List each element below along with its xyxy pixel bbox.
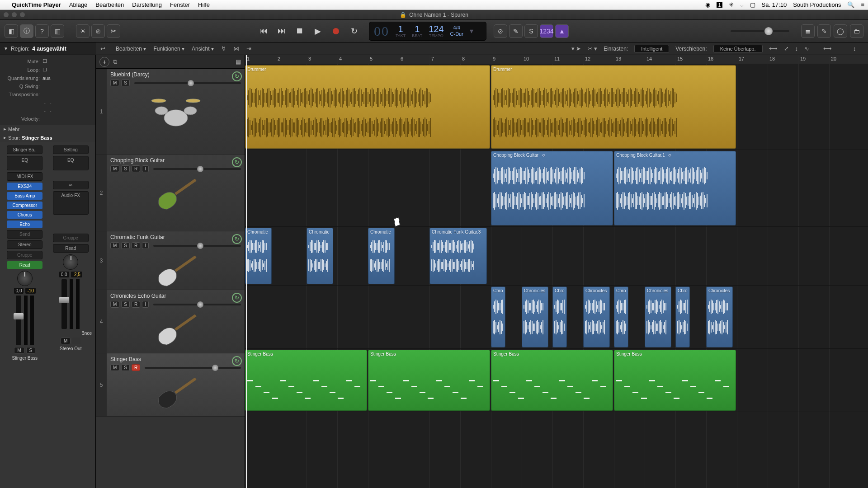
track-r-button[interactable]: R	[132, 301, 140, 308]
region[interactable]: Chopping Block Guitar.1 ⟲	[614, 151, 736, 225]
pan-knob[interactable]	[17, 271, 33, 286]
arrange-lane[interactable]: DrummerDrummer	[245, 64, 868, 150]
track-header[interactable]: 1Bluebird (Darcy)MS↻	[96, 69, 245, 155]
zoom-fit-icon[interactable]: ⤢	[784, 45, 789, 52]
strip-midifx[interactable]: MIDI-FX	[7, 172, 42, 181]
track-r-button[interactable]: R	[132, 364, 140, 371]
region[interactable]: Drummer	[491, 65, 736, 149]
zoom-v-icon[interactable]: ↕	[795, 45, 798, 52]
strip-group[interactable]: Gruppe	[7, 251, 42, 259]
playhead[interactable]	[246, 55, 247, 488]
strip-setting[interactable]: Stinger Ba..	[7, 145, 42, 154]
arrange-area[interactable]: 1234567891011121314151617181920 DrummerD…	[245, 55, 868, 488]
loops-button[interactable]: ◯	[834, 24, 847, 38]
region[interactable]: Chronicles	[583, 286, 610, 347]
cycle-button[interactable]: ↻	[345, 24, 363, 38]
menu-view[interactable]: Darstellung	[132, 1, 162, 8]
inspector-button[interactable]: ⓘ	[20, 24, 33, 38]
tracks-menu-functions[interactable]: Funktionen ▾	[153, 46, 184, 52]
region[interactable]: Stinger Bass	[245, 350, 367, 411]
track-m-button[interactable]: M	[110, 242, 119, 249]
region[interactable]: Chromatic	[368, 228, 395, 284]
track-header[interactable]: 3Chromatic Funk GuitarMSRI↻	[96, 231, 245, 290]
strip-fx-3[interactable]: Echo	[7, 221, 42, 228]
track-name[interactable]: Stinger Bass	[110, 356, 241, 362]
track-m-button[interactable]: M	[110, 165, 119, 172]
notes-button[interactable]: ✎	[817, 24, 831, 38]
track-s-button[interactable]: S	[121, 301, 130, 308]
play-button[interactable]: ▶	[309, 24, 326, 38]
track-volume-slider[interactable]	[153, 304, 241, 305]
pan-knob[interactable]	[63, 254, 78, 270]
loop-checkbox[interactable]: ☐	[40, 67, 92, 73]
track-r-button[interactable]: R	[132, 165, 140, 172]
solo-button[interactable]: S	[26, 347, 36, 354]
arrange-lane[interactable]: Chopping Block Guitar ⟲Chopping Block Gu…	[245, 150, 868, 227]
menu-window[interactable]: Fenster	[170, 1, 190, 8]
volume-fader[interactable]	[61, 279, 67, 329]
stop-button[interactable]: ⏹	[291, 24, 308, 38]
spotlight-icon[interactable]: 🔍	[847, 1, 854, 8]
quantize-select[interactable]: aus	[40, 75, 92, 81]
track-i-button[interactable]: I	[142, 242, 149, 249]
disclosure-triangle-icon[interactable]: ▼	[4, 46, 8, 51]
waveform-zoom-icon[interactable]: ∿	[804, 45, 809, 52]
mute-button[interactable]: M	[14, 347, 24, 354]
smart-controls-button[interactable]: ☀	[76, 24, 90, 38]
menu-file[interactable]: Ablage	[69, 1, 87, 8]
region[interactable]: Chro	[675, 286, 690, 347]
inspector-track[interactable]: ▸Spur:Stinger Bass	[0, 133, 95, 142]
sync-icon[interactable]: ✳	[729, 1, 734, 8]
help-button[interactable]: ?	[35, 24, 49, 38]
track-volume-slider[interactable]	[134, 82, 241, 84]
strip-fx-1[interactable]: Compressor	[7, 202, 42, 209]
library-button[interactable]: ◧	[5, 24, 18, 38]
mute-button[interactable]: M	[61, 338, 71, 344]
toolbar-button[interactable]: ▥	[51, 24, 64, 38]
track-s-button[interactable]: S	[121, 80, 130, 86]
track-name[interactable]: Bluebird (Darcy)	[110, 71, 241, 78]
strip-audiofx[interactable]: Audio-FX	[53, 191, 89, 215]
add-track-button[interactable]: +	[99, 57, 109, 67]
strip-fx-2[interactable]: Chorus	[7, 211, 42, 219]
back-arrow-icon[interactable]: ↩	[100, 45, 105, 52]
track-s-button[interactable]: S	[121, 242, 130, 249]
track-volume-slider[interactable]	[153, 168, 241, 170]
arrange-lane[interactable]: ChroChroniclesChroChroniclesChroChronicl…	[245, 286, 868, 349]
track-r-button[interactable]: R	[132, 242, 140, 249]
region[interactable]: Chronicles	[522, 286, 548, 347]
region[interactable]: Chromatic	[245, 228, 272, 284]
region[interactable]: Stinger Bass	[491, 350, 613, 411]
bar-ruler[interactable]: 1234567891011121314151617181920	[245, 55, 868, 64]
window-traffic-lights[interactable]	[4, 12, 25, 17]
region[interactable]: Chopping Block Guitar ⟲	[491, 151, 613, 225]
track-name[interactable]: Chromatic Funk Guitar	[110, 234, 241, 240]
region[interactable]: Chro	[614, 286, 628, 347]
app-name[interactable]: QuickTime Player	[12, 1, 61, 8]
track-loop-knob[interactable]: ↻	[232, 293, 242, 303]
tracks-menu-view[interactable]: Ansicht ▾	[192, 46, 214, 52]
metronome-button[interactable]: ▲	[555, 24, 569, 38]
count-in-button[interactable]: 1234	[540, 24, 553, 38]
strip-setting[interactable]: Setting	[53, 145, 89, 154]
region[interactable]: Chro	[552, 286, 567, 347]
strip-io[interactable]: Stereo	[7, 240, 42, 249]
strip-automation[interactable]: Read	[53, 244, 89, 253]
zoom-h-icon[interactable]: ⟷	[769, 45, 778, 52]
region-inspector-header[interactable]: ▼ Region: 4 ausgewählt	[0, 42, 96, 55]
region[interactable]: Chromatic	[307, 228, 333, 284]
h-zoom-slider-icon[interactable]: — ⟷ —	[816, 45, 839, 52]
track-s-button[interactable]: S	[121, 364, 130, 371]
strip-eq[interactable]: EQ	[53, 156, 89, 170]
arrange-lane[interactable]: ChromaticChromaticChromaticChromatic Fun…	[245, 227, 868, 286]
menu-edit[interactable]: Bearbeiten	[95, 1, 124, 8]
solo-mode-button[interactable]: S	[524, 24, 538, 38]
automation-icon[interactable]: ↯	[221, 45, 226, 52]
volume-fader[interactable]	[16, 296, 21, 345]
rewind-button[interactable]: ⏮	[255, 24, 272, 38]
v-zoom-slider-icon[interactable]: — ↕ —	[845, 45, 863, 52]
track-loop-knob[interactable]: ↻	[232, 71, 242, 81]
list-editors-button[interactable]: ≣	[801, 24, 815, 38]
strip-automation[interactable]: Read	[7, 261, 42, 269]
lcd-display[interactable]: 00 1TAKT 1BEAT 124TEMPO 4/4C-Dur ▾	[369, 22, 486, 41]
